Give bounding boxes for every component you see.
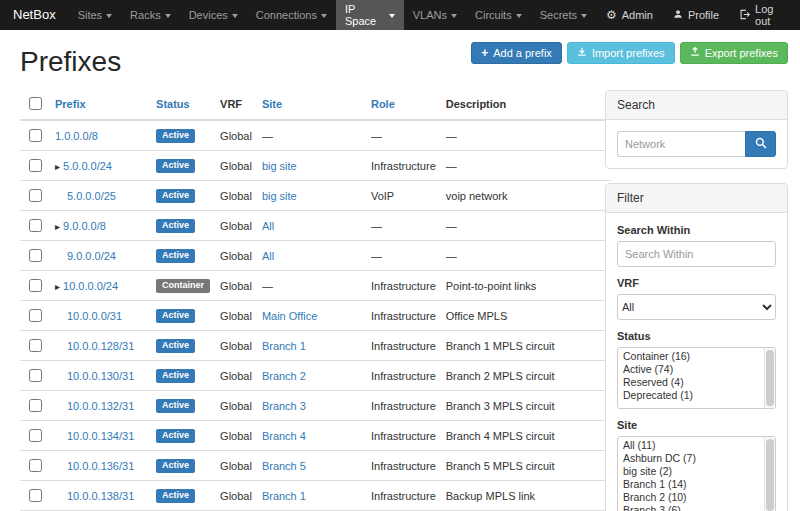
row-checkbox[interactable] — [29, 339, 42, 352]
site-option[interactable]: big site (2) — [618, 465, 762, 478]
site-link[interactable]: big site — [262, 190, 297, 202]
site-option[interactable]: Branch 3 (6) — [618, 504, 762, 511]
search-input[interactable] — [617, 131, 745, 157]
search-within-input[interactable] — [617, 241, 776, 267]
nav-item-circuits[interactable]: Circuits — [466, 0, 531, 30]
site-link[interactable]: Main Office — [262, 310, 317, 322]
filter-panel-title: Filter — [606, 184, 787, 213]
status-badge: Active — [156, 309, 195, 323]
prefix-link[interactable]: 10.0.0.132/31 — [67, 400, 134, 412]
chevron-down-icon — [516, 14, 522, 18]
site-cell: All — [257, 211, 366, 241]
description-cell: Branch 5 MPLS circuit — [441, 451, 611, 481]
status-badge: Active — [156, 429, 195, 443]
nav-item-sites[interactable]: Sites — [69, 0, 121, 30]
prefix-link[interactable]: 10.0.0.136/31 — [67, 460, 134, 472]
expand-caret-icon: ▸ — [55, 281, 60, 292]
nav-profile[interactable]: Profile — [663, 0, 729, 30]
nav-item-ip-space[interactable]: IP Space — [336, 0, 404, 30]
row-checkbox[interactable] — [29, 429, 42, 442]
row-checkbox[interactable] — [29, 219, 42, 232]
prefix-link[interactable]: 9.0.0.0/8 — [63, 220, 106, 232]
row-checkbox[interactable] — [29, 189, 42, 202]
table-row: ▸10.0.0.136/31 Active Global Branch 5 In… — [20, 451, 611, 481]
site-link[interactable]: All — [262, 250, 274, 262]
description-cell: Branch 1 MPLS circuit — [441, 331, 611, 361]
prefix-link[interactable]: 10.0.0.0/31 — [67, 310, 122, 322]
import-prefixes-button[interactable]: Import prefixes — [567, 42, 675, 64]
site-cell: Branch 1 — [257, 331, 366, 361]
export-prefixes-button[interactable]: Export prefixes — [680, 42, 788, 64]
nav-logout[interactable]: Log out — [729, 0, 800, 30]
search-within-label: Search Within — [617, 224, 776, 236]
prefix-link[interactable]: 10.0.0.134/31 — [67, 430, 134, 442]
site-option[interactable]: Branch 1 (14) — [618, 478, 762, 491]
site-link[interactable]: Branch 3 — [262, 400, 306, 412]
select-all-checkbox[interactable] — [29, 97, 42, 110]
status-listbox[interactable]: Container (16)Active (74)Reserved (4)Dep… — [617, 347, 776, 409]
row-checkbox[interactable] — [29, 129, 42, 142]
user-icon — [673, 9, 683, 21]
row-checkbox[interactable] — [29, 159, 42, 172]
row-checkbox[interactable] — [29, 489, 42, 502]
site-option[interactable]: Ashburn DC (7) — [618, 452, 762, 465]
add-prefix-button[interactable]: + Add a prefix — [471, 42, 562, 64]
site-scrollbar-thumb[interactable] — [766, 439, 774, 511]
column-header-prefix[interactable]: Prefix — [50, 90, 151, 120]
site-link[interactable]: Branch 1 — [262, 340, 306, 352]
column-header-role[interactable]: Role — [366, 90, 441, 120]
prefix-link[interactable]: 10.0.0.138/31 — [67, 490, 134, 502]
status-option[interactable]: Container (16) — [618, 350, 762, 363]
site-link[interactable]: Branch 4 — [262, 430, 306, 442]
nav-item-connections[interactable]: Connections — [247, 0, 336, 30]
row-checkbox[interactable] — [29, 309, 42, 322]
page: + Add a prefix Import prefixes Export pr… — [0, 30, 800, 511]
column-header-site[interactable]: Site — [257, 90, 366, 120]
site-link[interactable]: Branch 1 — [262, 490, 306, 502]
prefix-link[interactable]: 5.0.0.0/24 — [63, 160, 112, 172]
status-badge: Active — [156, 159, 195, 173]
site-listbox[interactable]: All (11)Ashburn DC (7)big site (2)Branch… — [617, 436, 776, 511]
vrf-select[interactable]: All — [617, 294, 776, 320]
row-checkbox[interactable] — [29, 459, 42, 472]
description-cell: — — [441, 151, 611, 181]
table-row: ▸5.0.0.0/24 Active Global big site Infra… — [20, 151, 611, 181]
site-link[interactable]: big site — [262, 160, 297, 172]
description-cell: Backup MPLS link — [441, 481, 611, 511]
row-checkbox[interactable] — [29, 369, 42, 382]
prefix-link[interactable]: 10.0.0.128/31 — [67, 340, 134, 352]
site-link[interactable]: All — [262, 220, 274, 232]
row-checkbox[interactable] — [29, 399, 42, 412]
status-option[interactable]: Reserved (4) — [618, 376, 762, 389]
nav-admin[interactable]: ⚙ Admin — [596, 0, 663, 30]
prefix-link[interactable]: 9.0.0.0/24 — [67, 250, 116, 262]
nav-item-racks[interactable]: Racks — [121, 0, 180, 30]
search-panel-title: Search — [606, 91, 787, 120]
column-header-status[interactable]: Status — [151, 90, 215, 120]
prefix-link[interactable]: 10.0.0.0/24 — [63, 280, 118, 292]
search-button[interactable] — [745, 131, 776, 157]
status-scrollbar-thumb[interactable] — [766, 350, 774, 406]
site-link[interactable]: Branch 2 — [262, 370, 306, 382]
row-checkbox[interactable] — [29, 279, 42, 292]
nav-item-devices[interactable]: Devices — [180, 0, 247, 30]
site-link[interactable]: Branch 5 — [262, 460, 306, 472]
nav-item-vlans[interactable]: VLANs — [404, 0, 466, 30]
brand[interactable]: NetBox — [0, 0, 69, 30]
row-checkbox[interactable] — [29, 249, 42, 262]
site-cell: Branch 1 — [257, 481, 366, 511]
status-badge: Active — [156, 459, 195, 473]
utility-nav: ⚙ Admin Profile Log out — [596, 0, 800, 30]
description-cell: Branch 2 MPLS circuit — [441, 361, 611, 391]
status-badge: Active — [156, 219, 195, 233]
nav-item-secrets[interactable]: Secrets — [531, 0, 596, 30]
prefix-link[interactable]: 5.0.0.0/25 — [67, 190, 116, 202]
site-option[interactable]: Branch 2 (10) — [618, 491, 762, 504]
role-cell: Infrastructure — [366, 451, 441, 481]
status-option[interactable]: Deprecated (1) — [618, 389, 762, 402]
site-option[interactable]: All (11) — [618, 439, 762, 452]
vrf-cell: Global — [215, 211, 257, 241]
prefix-link[interactable]: 10.0.0.130/31 — [67, 370, 134, 382]
prefix-link[interactable]: 1.0.0.0/8 — [55, 130, 98, 142]
status-option[interactable]: Active (74) — [618, 363, 762, 376]
